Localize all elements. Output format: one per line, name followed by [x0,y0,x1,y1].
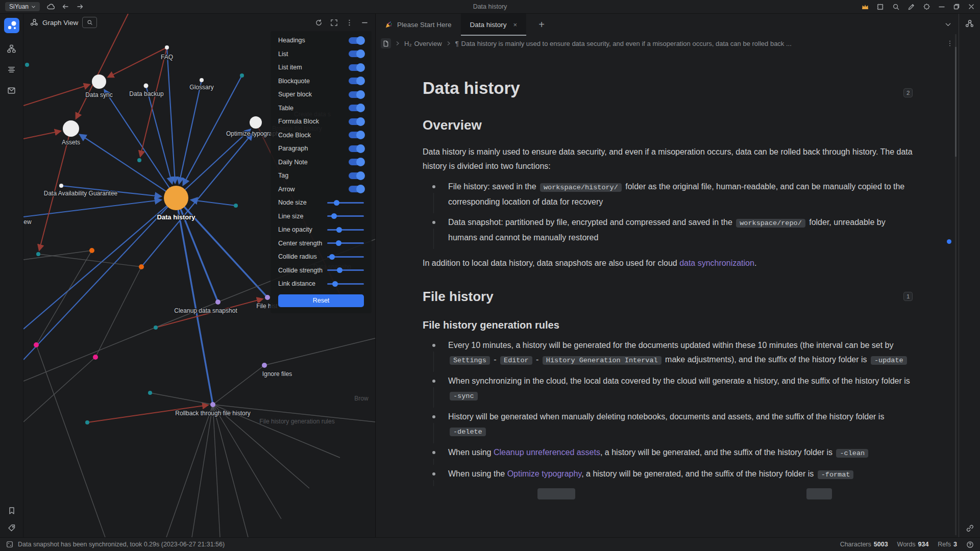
graph-node[interactable] [265,295,270,300]
restore-icon[interactable] [953,3,960,10]
app-menu-button[interactable]: SiYuan [5,2,40,11]
list-item: History will be generated when manually … [423,410,914,439]
toggle-switch-on[interactable] [349,91,364,98]
scrollbar-thumb[interactable] [955,47,957,157]
ref-count-badge[interactable]: 2 [903,88,913,97]
tag-dock-icon[interactable] [8,524,16,532]
inbox-dock-icon[interactable] [7,86,16,95]
slider[interactable] [327,256,364,258]
graph-node[interactable] [165,45,169,49]
graph-node[interactable] [93,355,98,360]
slider[interactable] [327,229,364,231]
new-tab-button[interactable]: + [526,14,557,36]
toggle-switch-on[interactable] [349,159,364,165]
filter-label: Paragraph [278,145,308,152]
graph-dock-icon[interactable] [965,19,974,28]
graph-node[interactable] [139,264,144,269]
graph-node[interactable] [164,186,188,210]
document-content[interactable]: Data historyOverviewData history is main… [423,51,914,537]
slider[interactable] [327,242,364,244]
graph-node[interactable] [262,363,267,368]
breadcrumb-item[interactable]: H₂Overview [404,40,442,47]
toggle-switch-on[interactable] [349,105,364,111]
sync-status-icon[interactable] [6,541,13,548]
slider-thumb[interactable] [331,213,337,219]
graph-node[interactable] [250,116,262,129]
toggle-switch-on[interactable] [349,51,364,57]
tab-please-start-here[interactable]: Please Start Here [376,14,461,36]
doc-link[interactable]: Cleanup unreferenced assets [494,448,600,457]
graph-node[interactable] [25,63,29,67]
panel-minimize-icon[interactable] [361,19,369,27]
slider-thumb[interactable] [336,227,342,233]
cloud-sync-icon[interactable] [46,3,55,11]
slider-thumb[interactable] [332,281,338,287]
tab-data-history[interactable]: Data history× [461,14,527,36]
graph-node[interactable] [210,402,215,407]
graph-node[interactable] [59,184,63,188]
graph-node[interactable] [240,73,244,78]
slider-label: Node size [278,199,307,206]
sticker-icon[interactable] [877,3,885,11]
slider-thumb[interactable] [336,240,341,246]
graph-node[interactable] [144,84,149,88]
slider-thumb[interactable] [334,200,339,206]
fullscreen-icon[interactable] [330,19,338,27]
toggle-switch-on[interactable] [349,37,364,44]
graph-edge [108,47,167,77]
flowchart-dock-icon[interactable] [7,44,16,53]
backlink-dock-icon[interactable] [966,524,974,532]
ref-count-badge[interactable]: 1 [903,292,913,301]
toggle-switch-on[interactable] [349,186,364,192]
graph-node[interactable] [137,158,141,162]
breadcrumb-more-icon[interactable] [946,40,953,47]
tab-close-icon[interactable]: × [513,21,518,28]
help-icon[interactable] [966,541,974,548]
document-icon[interactable] [381,38,391,48]
graph-node[interactable] [63,120,79,137]
close-icon[interactable] [968,3,975,10]
graph-node[interactable] [92,74,106,89]
graph-node[interactable] [34,342,39,347]
back-icon[interactable] [61,3,69,11]
refresh-icon[interactable] [315,19,323,27]
graph-node[interactable] [89,248,94,253]
slider[interactable] [327,269,364,271]
graph-filter-row: Blockquote [271,74,372,88]
graph-node[interactable] [154,325,158,330]
search-icon[interactable] [892,3,900,11]
edit-icon[interactable] [908,3,915,11]
bookmark-dock-icon[interactable] [8,507,16,515]
more-icon[interactable] [346,19,353,27]
slider-thumb[interactable] [329,254,335,260]
reset-button[interactable]: Reset [278,294,364,307]
siyuan-logo[interactable] [4,18,19,33]
graph-node[interactable] [148,391,152,395]
doc-link[interactable]: Optimize typography [507,469,582,478]
forward-icon[interactable] [76,3,84,11]
outline-dock-icon[interactable] [7,65,16,74]
doc-link[interactable]: data synchronization [679,259,754,267]
graph-node[interactable] [215,299,220,305]
toggle-switch-on[interactable] [349,118,364,125]
graph-node[interactable] [234,204,238,208]
graph-search-button[interactable] [82,17,97,28]
editor-scrollbar[interactable] [955,34,957,535]
toggle-switch-on[interactable] [349,64,364,71]
breadcrumb-item[interactable]: ¶Data history is mainly used to ensure d… [455,40,792,47]
toggle-switch-on[interactable] [349,132,364,138]
graph-node[interactable] [200,78,204,82]
toggle-switch-on[interactable] [349,172,364,179]
slider[interactable] [327,283,364,285]
slider[interactable] [327,202,364,204]
toggle-switch-on[interactable] [349,78,364,84]
minimize-icon[interactable] [938,3,945,10]
slider-thumb[interactable] [337,267,342,273]
tab-list-chevron-icon[interactable] [944,21,952,29]
graph-node[interactable] [36,252,40,256]
appearance-icon[interactable] [923,3,930,11]
slider[interactable] [327,215,364,217]
graph-node[interactable] [85,420,89,424]
membership-crown-icon[interactable] [861,3,869,10]
toggle-switch-on[interactable] [349,145,364,152]
